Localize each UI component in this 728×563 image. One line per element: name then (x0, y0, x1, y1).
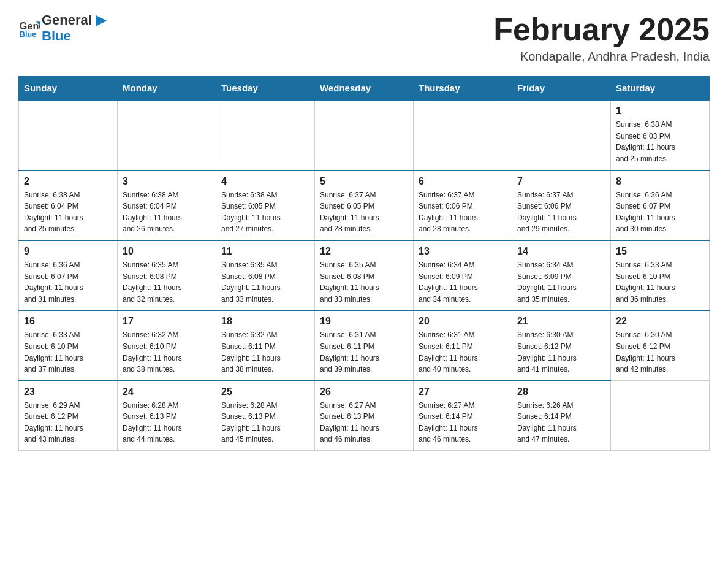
calendar-cell: 22Sunrise: 6:30 AMSunset: 6:12 PMDayligh… (611, 310, 710, 380)
logo-blue-text: ▶ (92, 12, 106, 28)
day-number: 24 (123, 386, 211, 397)
calendar-cell: 24Sunrise: 6:28 AMSunset: 6:13 PMDayligh… (118, 381, 216, 451)
col-sunday: Sunday (19, 77, 118, 101)
day-info: Sunrise: 6:27 AMSunset: 6:13 PMDaylight:… (320, 400, 408, 445)
calendar-cell: 8Sunrise: 6:36 AMSunset: 6:07 PMDaylight… (611, 170, 710, 240)
calendar-week-row: 23Sunrise: 6:29 AMSunset: 6:12 PMDayligh… (19, 381, 710, 451)
calendar-cell: 2Sunrise: 6:38 AMSunset: 6:04 PMDaylight… (19, 170, 118, 240)
calendar-cell: 16Sunrise: 6:33 AMSunset: 6:10 PMDayligh… (19, 310, 118, 380)
day-number: 3 (123, 176, 211, 187)
calendar-week-row: 16Sunrise: 6:33 AMSunset: 6:10 PMDayligh… (19, 310, 710, 380)
day-info: Sunrise: 6:34 AMSunset: 6:09 PMDaylight:… (419, 259, 507, 305)
logo-general-text: General (42, 12, 92, 28)
day-number: 16 (24, 316, 112, 327)
logo-icon: General Blue (18, 17, 40, 39)
day-info: Sunrise: 6:27 AMSunset: 6:14 PMDaylight:… (419, 400, 507, 445)
day-number: 9 (24, 246, 112, 257)
day-number: 13 (419, 246, 507, 257)
day-info: Sunrise: 6:38 AMSunset: 6:04 PMDaylight:… (24, 190, 112, 235)
page-header: General Blue General ▶ Blue February 202… (18, 12, 710, 64)
day-info: Sunrise: 6:35 AMSunset: 6:08 PMDaylight:… (123, 259, 211, 305)
day-number: 15 (616, 246, 704, 257)
calendar-cell: 5Sunrise: 6:37 AMSunset: 6:05 PMDaylight… (315, 170, 414, 240)
calendar-cell: 15Sunrise: 6:33 AMSunset: 6:10 PMDayligh… (611, 240, 710, 310)
calendar-cell (414, 100, 512, 170)
day-info: Sunrise: 6:38 AMSunset: 6:03 PMDaylight:… (616, 119, 704, 164)
logo: General Blue General ▶ Blue (18, 12, 106, 44)
calendar-table: Sunday Monday Tuesday Wednesday Thursday… (18, 76, 710, 451)
calendar-cell: 28Sunrise: 6:26 AMSunset: 6:14 PMDayligh… (512, 381, 611, 451)
day-number: 19 (320, 316, 408, 327)
calendar-cell (611, 381, 710, 451)
col-saturday: Saturday (611, 77, 710, 101)
day-info: Sunrise: 6:38 AMSunset: 6:04 PMDaylight:… (123, 190, 211, 235)
day-number: 23 (24, 386, 112, 397)
day-number: 10 (123, 246, 211, 257)
calendar-cell: 4Sunrise: 6:38 AMSunset: 6:05 PMDaylight… (216, 170, 315, 240)
calendar-cell (216, 100, 315, 170)
calendar-cell (512, 100, 611, 170)
calendar-cell: 12Sunrise: 6:35 AMSunset: 6:08 PMDayligh… (315, 240, 414, 310)
col-tuesday: Tuesday (216, 77, 315, 101)
month-title: February 2025 (493, 12, 710, 47)
day-info: Sunrise: 6:33 AMSunset: 6:10 PMDaylight:… (24, 329, 112, 375)
day-number: 25 (221, 386, 309, 397)
day-info: Sunrise: 6:32 AMSunset: 6:11 PMDaylight:… (221, 329, 309, 375)
day-number: 7 (517, 176, 605, 187)
day-info: Sunrise: 6:36 AMSunset: 6:07 PMDaylight:… (616, 190, 704, 235)
location-subtitle: Kondapalle, Andhra Pradesh, India (493, 50, 710, 64)
col-friday: Friday (512, 77, 611, 101)
day-number: 6 (419, 176, 507, 187)
calendar-cell: 19Sunrise: 6:31 AMSunset: 6:11 PMDayligh… (315, 310, 414, 380)
day-number: 17 (123, 316, 211, 327)
day-info: Sunrise: 6:26 AMSunset: 6:14 PMDaylight:… (517, 400, 605, 445)
calendar-cell (315, 100, 414, 170)
col-monday: Monday (118, 77, 216, 101)
day-info: Sunrise: 6:33 AMSunset: 6:10 PMDaylight:… (616, 259, 704, 305)
calendar-cell: 23Sunrise: 6:29 AMSunset: 6:12 PMDayligh… (19, 381, 118, 451)
day-info: Sunrise: 6:36 AMSunset: 6:07 PMDaylight:… (24, 259, 112, 305)
day-number: 8 (616, 176, 704, 187)
svg-text:Blue: Blue (20, 30, 36, 39)
logo-text: General ▶ Blue (42, 12, 106, 44)
day-number: 1 (616, 105, 704, 117)
calendar-cell: 18Sunrise: 6:32 AMSunset: 6:11 PMDayligh… (216, 310, 315, 380)
day-number: 2 (24, 176, 112, 187)
day-number: 28 (517, 386, 605, 397)
day-info: Sunrise: 6:37 AMSunset: 6:06 PMDaylight:… (419, 190, 507, 235)
calendar-cell: 25Sunrise: 6:28 AMSunset: 6:13 PMDayligh… (216, 381, 315, 451)
day-number: 20 (419, 316, 507, 327)
day-info: Sunrise: 6:31 AMSunset: 6:11 PMDaylight:… (320, 329, 408, 375)
day-info: Sunrise: 6:31 AMSunset: 6:11 PMDaylight:… (419, 329, 507, 375)
day-number: 12 (320, 246, 408, 257)
calendar-cell: 7Sunrise: 6:37 AMSunset: 6:06 PMDaylight… (512, 170, 611, 240)
day-info: Sunrise: 6:38 AMSunset: 6:05 PMDaylight:… (221, 190, 309, 235)
calendar-cell: 11Sunrise: 6:35 AMSunset: 6:08 PMDayligh… (216, 240, 315, 310)
calendar-cell: 21Sunrise: 6:30 AMSunset: 6:12 PMDayligh… (512, 310, 611, 380)
day-number: 22 (616, 316, 704, 327)
day-info: Sunrise: 6:35 AMSunset: 6:08 PMDaylight:… (221, 259, 309, 305)
day-number: 26 (320, 386, 408, 397)
calendar-cell: 6Sunrise: 6:37 AMSunset: 6:06 PMDaylight… (414, 170, 512, 240)
day-info: Sunrise: 6:32 AMSunset: 6:10 PMDaylight:… (123, 329, 211, 375)
day-number: 14 (517, 246, 605, 257)
day-number: 27 (419, 386, 507, 397)
day-number: 4 (221, 176, 309, 187)
calendar-cell: 3Sunrise: 6:38 AMSunset: 6:04 PMDaylight… (118, 170, 216, 240)
day-info: Sunrise: 6:29 AMSunset: 6:12 PMDaylight:… (24, 400, 112, 445)
day-info: Sunrise: 6:28 AMSunset: 6:13 PMDaylight:… (221, 400, 309, 445)
calendar-cell: 1Sunrise: 6:38 AMSunset: 6:03 PMDaylight… (611, 100, 710, 170)
title-block: February 2025 Kondapalle, Andhra Pradesh… (493, 12, 710, 64)
day-number: 5 (320, 176, 408, 187)
col-thursday: Thursday (414, 77, 512, 101)
day-info: Sunrise: 6:30 AMSunset: 6:12 PMDaylight:… (517, 329, 605, 375)
day-info: Sunrise: 6:35 AMSunset: 6:08 PMDaylight:… (320, 259, 408, 305)
calendar-cell: 20Sunrise: 6:31 AMSunset: 6:11 PMDayligh… (414, 310, 512, 380)
calendar-week-row: 9Sunrise: 6:36 AMSunset: 6:07 PMDaylight… (19, 240, 710, 310)
calendar-cell: 26Sunrise: 6:27 AMSunset: 6:13 PMDayligh… (315, 381, 414, 451)
day-number: 11 (221, 246, 309, 257)
calendar-header-row: Sunday Monday Tuesday Wednesday Thursday… (19, 77, 710, 101)
calendar-cell: 13Sunrise: 6:34 AMSunset: 6:09 PMDayligh… (414, 240, 512, 310)
calendar-cell: 9Sunrise: 6:36 AMSunset: 6:07 PMDaylight… (19, 240, 118, 310)
calendar-cell: 27Sunrise: 6:27 AMSunset: 6:14 PMDayligh… (414, 381, 512, 451)
